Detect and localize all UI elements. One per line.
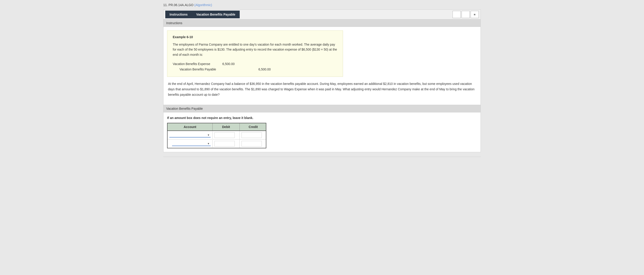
entry-table-header: Account Debit Credit [168,123,266,131]
journal-row-2: Vacation Benefits Payable 6,500.00 [173,67,337,72]
entry-row-1-account-cell: ▼ [168,131,213,139]
entry-row-1-credit-cell [240,131,267,139]
entry-row-2-credit-cell [240,140,267,148]
entry-row-2: ▼ [168,140,266,148]
tab-instructions[interactable]: Instructions [165,11,192,18]
page-wrapper: 11. PR.06.14A.ALGO (Algorithmic) Instruc… [161,0,483,166]
vacation-section-header: Vacation Benefits Payable [164,105,480,112]
col-debit: Debit [213,123,240,131]
toolbar-right: ≡ [452,11,479,18]
journal-debit-2 [222,68,258,71]
toolbar-btn-3[interactable]: ≡ [470,11,479,18]
example-text: The employees of Parma Company are entit… [173,42,337,57]
toolbar-btn-2[interactable] [462,11,470,18]
journal-account-1: Vacation Benefits Expense [173,62,222,66]
debit-input-1[interactable] [214,132,235,138]
account-select-1[interactable] [169,133,210,138]
tab-vacation[interactable]: Vacation Benefits Payable [192,11,240,18]
tab-bar: Instructions Vacation Benefits Payable ≡ [163,10,481,19]
entry-row-1-debit-cell [213,131,240,139]
toolbar-btn-1[interactable] [452,11,461,18]
col-account: Account [168,123,213,131]
journal-debit-1: 6,500.00 [222,62,258,66]
example-box: Example 6-10 The employees of Parma Comp… [167,31,343,77]
tab-buttons: Instructions Vacation Benefits Payable [165,11,240,18]
credit-input-2[interactable] [242,141,262,147]
journal-account-2: Vacation Benefits Payable [173,68,222,71]
main-content: Instructions Example 6-10 The employees … [163,19,481,152]
journal-table: Vacation Benefits Expense 6,500.00 Vacat… [173,61,337,72]
instructions-section-header: Instructions [164,20,480,27]
col-credit: Credit [240,123,267,131]
vacation-instruction: If an amount box does not require an ent… [167,116,477,120]
entry-row-2-debit-cell [213,140,240,148]
problem-id: 11. PR.06.14A.ALGO [163,3,194,7]
bottom-bar [163,157,481,163]
journal-credit-2: 6,500.00 [258,68,294,71]
entry-row-1: ▼ [168,131,266,140]
account-select-wrapper-1: ▼ [169,133,210,138]
problem-text: At the end of April, Hernandez Company h… [167,81,477,101]
journal-credit-1 [258,62,294,66]
vacation-section: Vacation Benefits Payable If an amount b… [164,105,480,152]
menu-icon: ≡ [474,13,476,16]
vacation-body: If an amount box does not require an ent… [164,112,480,152]
credit-input-1[interactable] [242,132,262,138]
account-select-wrapper-2: ▼ [172,141,210,146]
journal-row-1: Vacation Benefits Expense 6,500.00 [173,61,337,67]
problem-title: 11. PR.06.14A.ALGO (Algorithmic) [163,2,481,8]
debit-input-2[interactable] [214,141,235,147]
instructions-body: Example 6-10 The employees of Parma Comp… [164,27,480,105]
entry-row-2-account-cell: ▼ [168,140,213,147]
algo-label: (Algorithmic) [194,3,212,7]
entry-table: Account Debit Credit ▼ [167,123,266,148]
account-select-2[interactable] [172,141,210,146]
example-title: Example 6-10 [173,35,337,39]
